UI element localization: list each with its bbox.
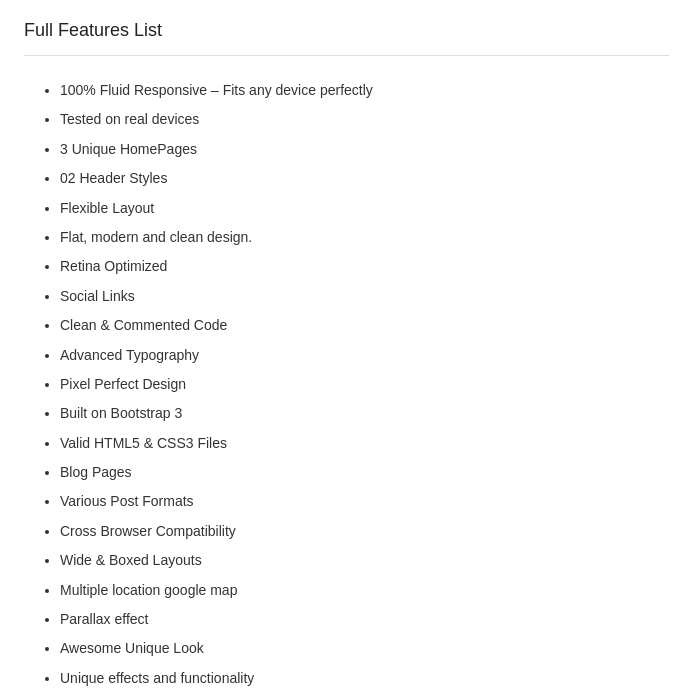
list-item: Retina Optimized: [60, 252, 669, 281]
list-item: 3 Unique HomePages: [60, 135, 669, 164]
page-container: Full Features List 100% Fluid Responsive…: [0, 0, 693, 700]
list-item: Cross Browser Compatibility: [60, 517, 669, 546]
list-item: Parallax effect: [60, 605, 669, 634]
features-list: 100% Fluid Responsive – Fits any device …: [24, 76, 669, 700]
list-item: Awesome Unique Look: [60, 634, 669, 663]
list-item: Unique effects and functionality: [60, 664, 669, 693]
list-item: Flat, modern and clean design.: [60, 223, 669, 252]
list-item: Blog Pages: [60, 458, 669, 487]
list-item: 02 Header Styles: [60, 164, 669, 193]
page-title: Full Features List: [24, 20, 669, 41]
list-item: Pixel Perfect Design: [60, 370, 669, 399]
list-item: Valid HTML5 & CSS3 Files: [60, 429, 669, 458]
list-item: Google font: [60, 693, 669, 700]
list-item: Clean & Commented Code: [60, 311, 669, 340]
list-item: Tested on real devices: [60, 105, 669, 134]
list-item: Flexible Layout: [60, 194, 669, 223]
list-item: Advanced Typography: [60, 341, 669, 370]
list-item: Multiple location google map: [60, 576, 669, 605]
list-item: Wide & Boxed Layouts: [60, 546, 669, 575]
list-item: Social Links: [60, 282, 669, 311]
list-item: 100% Fluid Responsive – Fits any device …: [60, 76, 669, 105]
list-item: Built on Bootstrap 3: [60, 399, 669, 428]
title-divider: [24, 55, 669, 56]
list-item: Various Post Formats: [60, 487, 669, 516]
